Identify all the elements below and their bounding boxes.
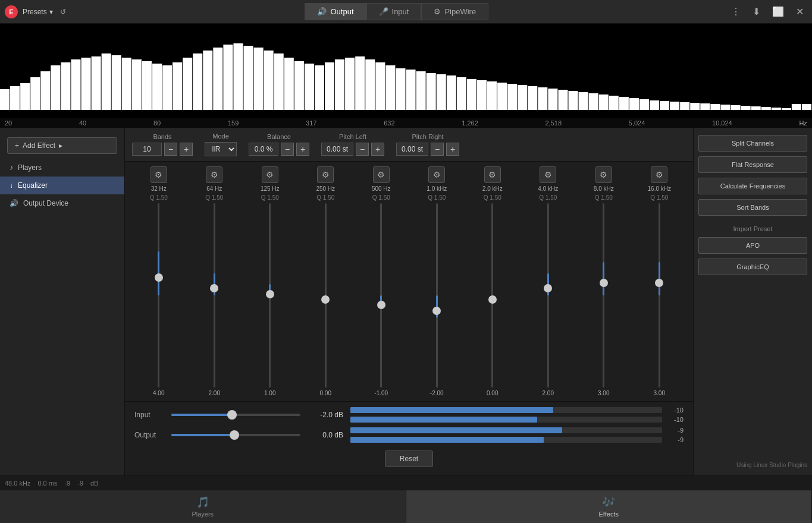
pitch-right-increment-button[interactable]: + [446, 143, 459, 156]
sidebar-item-players[interactable]: ♪ Players [0, 159, 124, 177]
tab-output[interactable]: 🔊 Output [305, 3, 366, 20]
import-preset-label: Import Preset [698, 225, 807, 232]
eq-band-5: ⚙1.0 kHzQ 1.50-2.00 [410, 166, 464, 396]
pitch-left-decrement-button[interactable]: − [356, 143, 369, 156]
tab-input[interactable]: 🎤 Input [366, 3, 422, 20]
freq-label-5024: 5,024 [629, 119, 645, 127]
eq-band-gear-5[interactable]: ⚙ [428, 166, 445, 183]
presets-dropdown[interactable]: Presets ▾ [23, 8, 53, 16]
eq-slider-track-7 [547, 203, 549, 387]
input-slider-wrap [171, 409, 300, 421]
eq-slider-handle-0[interactable] [155, 273, 163, 282]
graphiceq-button[interactable]: GraphicEQ [698, 259, 807, 275]
balance-increment-button[interactable]: + [296, 143, 309, 156]
input-meter-row-1: -10 [350, 407, 684, 414]
output-device-speaker-icon: 🔊 [10, 199, 18, 207]
eq-band-gear-3[interactable]: ⚙ [317, 166, 334, 183]
eq-band-value-8: 3.00 [598, 390, 609, 396]
calculate-frequencies-button[interactable]: Calculate Frequencies [698, 178, 807, 194]
input-mic-icon: 🎤 [379, 7, 388, 16]
eq-slider-handle-1[interactable] [210, 284, 218, 292]
eq-band-gear-8[interactable]: ⚙ [595, 166, 612, 183]
output-meter-bar-wrap-1 [350, 427, 662, 433]
bands-value: 10 [132, 143, 162, 156]
eq-band-q-7: Q 1.50 [539, 194, 557, 201]
tab-pipewire[interactable]: ⚙ PipeWire [421, 3, 488, 20]
eq-slider-track-9 [659, 203, 660, 387]
eq-band-gear-4[interactable]: ⚙ [373, 166, 390, 183]
refresh-icon[interactable]: ↺ [60, 8, 66, 16]
pitch-right-label: Pitch Right [412, 133, 443, 140]
eq-slider-handle-3[interactable] [321, 295, 330, 304]
output-meter-bar-1 [350, 427, 562, 433]
eq-band-gear-0[interactable]: ⚙ [151, 166, 167, 183]
eq-slider-handle-4[interactable] [377, 301, 385, 309]
pitch-right-decrement-button[interactable]: − [431, 143, 444, 156]
eq-band-gear-9[interactable]: ⚙ [651, 166, 667, 183]
bands-decrement-button[interactable]: − [164, 143, 177, 156]
bands-row: 10 − + [132, 143, 193, 156]
sidebar-item-equalizer[interactable]: ↓ Equalizer [0, 177, 124, 194]
output-meter-value-1: -9 [666, 427, 684, 434]
eq-slider-track-1 [214, 203, 215, 387]
eq-slider-handle-5[interactable] [432, 307, 441, 315]
apo-button[interactable]: APO [698, 237, 807, 254]
eq-band-gear-2[interactable]: ⚙ [262, 166, 278, 183]
output-slider-handle[interactable] [230, 430, 239, 440]
output-meter-bar-2 [350, 437, 544, 443]
pitch-left-value: 0.00 st [321, 143, 353, 156]
eq-band-q-2: Q 1.50 [261, 194, 279, 201]
freq-label-10024: 10,024 [712, 119, 732, 127]
bottom-effects-label: Effects [599, 511, 619, 518]
sample-rate-value: 48.0 kHz [5, 480, 30, 487]
main-area: + Add Effect ▸ ♪ Players ↓ Equalizer 🔊 O… [0, 128, 812, 475]
flat-response-button[interactable]: Flat Response [698, 156, 807, 173]
input-slider-fill [171, 414, 232, 416]
mode-select[interactable]: IIR FIR [205, 142, 237, 156]
freq-label-2518: 2,518 [545, 119, 562, 127]
eq-band-gear-6[interactable]: ⚙ [484, 166, 501, 183]
split-channels-button[interactable]: Split Channels [698, 135, 807, 152]
presets-chevron-icon: ▾ [49, 8, 53, 16]
eq-band-gear-7[interactable]: ⚙ [540, 166, 556, 183]
tab-input-label: Input [392, 7, 409, 16]
download-icon[interactable]: ⬇ [749, 5, 764, 18]
eq-band-9: ⚙16.0 kHzQ 1.503.00 [633, 166, 686, 396]
balance-value: 0.0 % [249, 143, 278, 156]
eq-slider-handle-6[interactable] [488, 295, 497, 304]
input-meter-bar-2 [350, 417, 537, 423]
input-slider-handle[interactable] [227, 410, 237, 420]
players-music-icon: ♪ [10, 163, 13, 172]
sidebar-item-output-device[interactable]: 🔊 Output Device [0, 194, 124, 212]
spectrum-visualizer: 20 40 80 159 317 632 1,262 2,518 5,024 1… [0, 24, 812, 128]
pitch-left-label: Pitch Left [339, 133, 366, 140]
sort-bands-button[interactable]: Sort Bands [698, 199, 807, 216]
bottom-nav-effects[interactable]: 🎶 Effects [406, 490, 813, 523]
input-slider-track [171, 414, 300, 416]
reset-button[interactable]: Reset [385, 450, 433, 467]
bands-increment-button[interactable]: + [180, 143, 193, 156]
balance-decrement-button[interactable]: − [281, 143, 294, 156]
eq-controls-bar: Bands 10 − + Mode IIR FIR Balance 0.0 % … [125, 128, 693, 162]
eq-band-freq-1: 64 Hz [206, 185, 222, 192]
eq-band-gear-1[interactable]: ⚙ [206, 166, 222, 183]
eq-slider-handle-8[interactable] [600, 279, 608, 287]
eq-slider-handle-9[interactable] [655, 279, 663, 287]
input-meter-value-2: -10 [666, 416, 684, 423]
eq-slider-handle-2[interactable] [266, 290, 274, 298]
eq-band-freq-5: 1.0 kHz [427, 185, 447, 192]
bands-label: Bands [153, 133, 171, 140]
bottom-nav-players[interactable]: 🎵 Players [0, 490, 406, 523]
freq-label-159: 159 [228, 119, 239, 127]
bands-control: Bands 10 − + [132, 133, 193, 156]
maximize-icon[interactable]: ⬜ [769, 5, 788, 18]
output-meter-row-1: -9 [350, 427, 684, 434]
more-icon[interactable]: ⋮ [728, 5, 744, 18]
eq-slider-container-8 [597, 203, 611, 387]
close-icon[interactable]: ✕ [792, 5, 807, 18]
eq-slider-handle-7[interactable] [544, 284, 552, 292]
pitch-left-increment-button[interactable]: + [371, 143, 384, 156]
app-logo: E [5, 5, 18, 18]
freq-label-80: 80 [153, 119, 161, 127]
add-effect-button[interactable]: + Add Effect ▸ [7, 137, 117, 154]
